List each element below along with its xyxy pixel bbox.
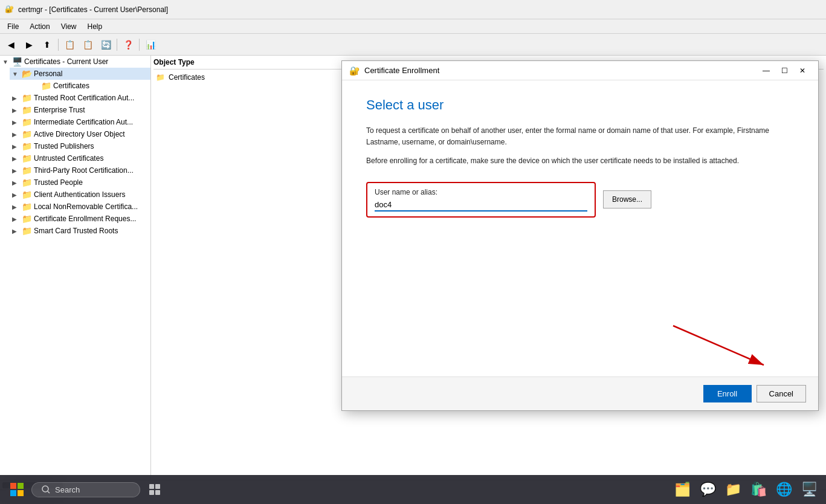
chevron-trusted-people: ▶ bbox=[12, 179, 22, 186]
user-input-box: User name or alias: bbox=[366, 182, 596, 218]
sidebar-client-auth-label: Client Authentication Issuers bbox=[34, 190, 125, 199]
sidebar-cert-enrollment-label: Certificate Enrollment Reques... bbox=[34, 215, 136, 223]
svg-rect-2 bbox=[10, 483, 16, 489]
dialog-maximize-button[interactable]: ☐ bbox=[776, 62, 793, 79]
taskbar-files-app[interactable]: 🗂️ bbox=[670, 477, 694, 502]
folder-icon-enterprise: 📁 bbox=[22, 105, 31, 115]
sidebar-item-untrusted[interactable]: ▶ 📁 Untrusted Certificates bbox=[10, 152, 150, 164]
menu-view[interactable]: View bbox=[56, 21, 82, 32]
svg-rect-3 bbox=[18, 483, 24, 489]
svg-point-6 bbox=[42, 486, 48, 492]
toolbar: ◀ ▶ ⬆ 📋 📋 🔄 ❓ 📊 bbox=[0, 34, 826, 56]
chevron-cert-enrollment: ▶ bbox=[12, 216, 22, 222]
sidebar-item-trusted-publishers[interactable]: ▶ 📁 Trusted Publishers bbox=[10, 140, 150, 152]
sidebar-item-certificates[interactable]: 📁 Certificates bbox=[29, 80, 150, 92]
svg-rect-8 bbox=[149, 484, 154, 489]
personal-children: 📁 Certificates bbox=[10, 80, 150, 92]
app-icon: 🔐 bbox=[5, 5, 15, 15]
up-button[interactable]: ⬆ bbox=[39, 36, 56, 53]
dialog-title-icon: 🔐 bbox=[349, 66, 360, 76]
menu-help[interactable]: Help bbox=[83, 21, 108, 32]
dialog-footer: Enroll Cancel bbox=[342, 376, 818, 410]
svg-rect-10 bbox=[149, 490, 154, 495]
search-icon bbox=[42, 485, 50, 494]
sidebar-item-smart-card[interactable]: ▶ 📁 Smart Card Trusted Roots bbox=[10, 225, 150, 237]
sidebar-third-party-label: Third-Party Root Certification... bbox=[34, 166, 134, 175]
enroll-button[interactable]: Enroll bbox=[703, 385, 752, 402]
sidebar-item-third-party[interactable]: ▶ 📁 Third-Party Root Certification... bbox=[10, 164, 150, 176]
dialog-body: Select a user To request a certificate o… bbox=[342, 80, 818, 376]
back-button[interactable]: ◀ bbox=[2, 36, 19, 53]
svg-rect-11 bbox=[155, 490, 160, 495]
sidebar-root[interactable]: ▼ 🖥️ Certificates - Current User bbox=[0, 56, 150, 68]
dialog-close-button[interactable]: ✕ bbox=[794, 62, 811, 79]
windows-logo-icon bbox=[10, 483, 24, 496]
properties-button[interactable]: 📊 bbox=[142, 36, 159, 53]
dialog-controls: — ☐ ✕ bbox=[758, 62, 811, 79]
dialog-title-bar: 🔐 Certificate Enrollment — ☐ ✕ bbox=[342, 61, 818, 80]
taskbar-search[interactable]: Search bbox=[31, 482, 140, 497]
taskbar-explorer-app[interactable]: 📁 bbox=[721, 477, 745, 502]
start-button[interactable] bbox=[5, 477, 29, 502]
sidebar-item-local-non[interactable]: ▶ 📁 Local NonRemovable Certifica... bbox=[10, 201, 150, 213]
sidebar-item-personal[interactable]: ▼ 📂 Personal bbox=[10, 68, 150, 80]
help-button[interactable]: ❓ bbox=[120, 36, 137, 53]
field-row: User name or alias: Browse... bbox=[366, 182, 794, 218]
folder-icon-client-auth: 📁 bbox=[22, 190, 31, 199]
sidebar: ▼ 🖥️ Certificates - Current User ▼ 📂 Per… bbox=[0, 56, 151, 480]
sidebar-item-enterprise[interactable]: ▶ 📁 Enterprise Trust bbox=[10, 104, 150, 116]
refresh-button[interactable]: 🔄 bbox=[97, 36, 114, 53]
sidebar-trusted-root-label: Trusted Root Certification Aut... bbox=[34, 94, 134, 102]
sidebar-item-cert-enrollment[interactable]: ▶ 📁 Certificate Enrollment Reques... bbox=[10, 213, 150, 225]
taskbar-app-6[interactable]: 🖥️ bbox=[797, 477, 821, 502]
forward-button[interactable]: ▶ bbox=[21, 36, 37, 53]
svg-rect-4 bbox=[10, 490, 16, 496]
sidebar-item-client-auth[interactable]: ▶ 📁 Client Authentication Issuers bbox=[10, 189, 150, 201]
browse-button[interactable]: Browse... bbox=[603, 190, 651, 208]
sidebar-smart-card-label: Smart Card Trusted Roots bbox=[34, 227, 118, 235]
dialog-description-2: Before enrolling for a certificate, make… bbox=[366, 155, 794, 167]
folder-icon-local-non: 📁 bbox=[22, 202, 31, 212]
svg-rect-5 bbox=[18, 490, 24, 496]
dialog-heading: Select a user bbox=[366, 97, 794, 113]
dialog-description-1: To request a certificate on behalf of an… bbox=[366, 125, 794, 148]
sidebar-local-non-label: Local NonRemovable Certifica... bbox=[34, 202, 138, 211]
chevron-third-party: ▶ bbox=[12, 167, 22, 174]
field-label: User name or alias: bbox=[375, 188, 587, 196]
sidebar-children: ▼ 📂 Personal 📁 Certificates ▶ 📁 Trusted … bbox=[0, 68, 150, 237]
taskbar-chat-app[interactable]: 💬 bbox=[695, 477, 720, 502]
chevron-smart-card: ▶ bbox=[12, 228, 22, 234]
task-view-button[interactable] bbox=[143, 477, 167, 502]
sidebar-item-intermediate[interactable]: ▶ 📁 Intermediate Certification Aut... bbox=[10, 116, 150, 128]
paste-button[interactable]: 📋 bbox=[79, 36, 96, 53]
title-bar: 🔐 certmgr - [Certificates - Current User… bbox=[0, 0, 826, 19]
sidebar-ad-user-label: Active Directory User Object bbox=[34, 130, 125, 138]
copy-button[interactable]: 📋 bbox=[61, 36, 78, 53]
folder-icon-personal: 📂 bbox=[22, 69, 31, 79]
taskbar-edge-app[interactable]: 🌐 bbox=[772, 477, 796, 502]
row-icon-0: 📁 bbox=[156, 73, 165, 82]
menu-file[interactable]: File bbox=[2, 21, 24, 32]
folder-icon-ad-user: 📁 bbox=[22, 129, 31, 139]
taskbar-store-app[interactable]: 🛍️ bbox=[746, 477, 770, 502]
sidebar-personal-label: Personal bbox=[34, 69, 62, 78]
sidebar-item-trusted-people[interactable]: ▶ 📁 Trusted People bbox=[10, 176, 150, 189]
sidebar-item-ad-user[interactable]: ▶ 📁 Active Directory User Object bbox=[10, 128, 150, 140]
sidebar-trusted-publishers-label: Trusted Publishers bbox=[34, 142, 94, 150]
username-input[interactable] bbox=[375, 199, 587, 212]
folder-icon-certificates: 📁 bbox=[41, 81, 51, 91]
sidebar-root-label: Certificates - Current User bbox=[24, 57, 108, 66]
svg-rect-9 bbox=[155, 484, 160, 489]
sidebar-untrusted-label: Untrusted Certificates bbox=[34, 154, 103, 163]
sidebar-intermediate-label: Intermediate Certification Aut... bbox=[34, 118, 133, 126]
folder-icon-trusted-publishers: 📁 bbox=[22, 141, 31, 151]
chevron-untrusted: ▶ bbox=[12, 155, 22, 162]
sidebar-item-trusted-root[interactable]: ▶ 📁 Trusted Root Certification Aut... bbox=[10, 92, 150, 104]
sidebar-certificates-label: Certificates bbox=[53, 82, 89, 90]
dialog-minimize-button[interactable]: — bbox=[758, 62, 775, 79]
taskbar-app-icons: 🗂️ 💬 📁 🛍️ 🌐 🖥️ bbox=[670, 477, 821, 502]
cancel-button[interactable]: Cancel bbox=[757, 385, 806, 402]
menu-action[interactable]: Action bbox=[25, 21, 54, 32]
user-field-group: User name or alias: Browse... bbox=[366, 182, 794, 218]
toolbar-separator-2 bbox=[117, 39, 117, 51]
